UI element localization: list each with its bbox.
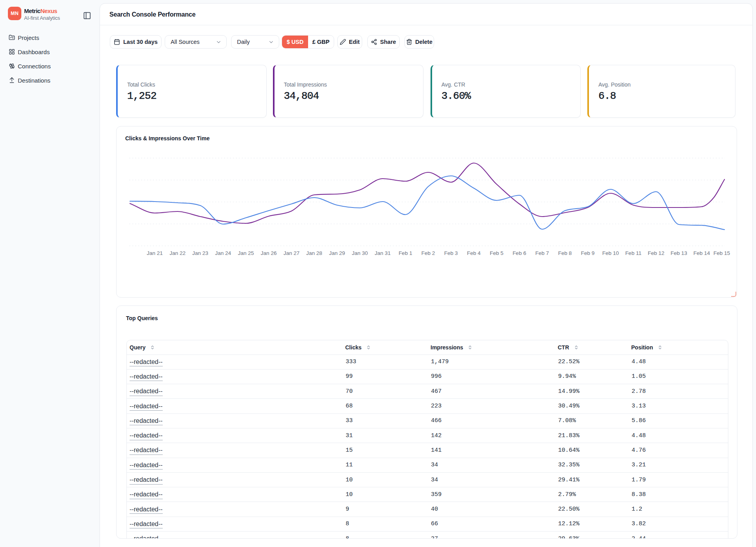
svg-text:Feb 5: Feb 5 xyxy=(490,250,504,256)
svg-text:Feb 1: Feb 1 xyxy=(399,250,412,256)
svg-text:Feb 3: Feb 3 xyxy=(444,250,458,256)
svg-text:Jan 23: Jan 23 xyxy=(192,250,209,256)
svg-text:Jan 28: Jan 28 xyxy=(306,250,322,256)
svg-text:Jan 22: Jan 22 xyxy=(169,250,186,256)
svg-text:Feb 4: Feb 4 xyxy=(467,250,481,256)
svg-text:Feb 14: Feb 14 xyxy=(693,250,710,256)
svg-text:Jan 30: Jan 30 xyxy=(352,250,368,256)
svg-text:Jan 21: Jan 21 xyxy=(147,250,163,256)
svg-text:Jan 29: Jan 29 xyxy=(329,250,345,256)
svg-text:Jan 26: Jan 26 xyxy=(261,250,277,256)
svg-text:Feb 15: Feb 15 xyxy=(713,250,730,256)
svg-text:Jan 24: Jan 24 xyxy=(215,250,231,256)
svg-text:Jan 25: Jan 25 xyxy=(238,250,254,256)
svg-text:Jan 27: Jan 27 xyxy=(284,250,300,256)
svg-text:Feb 7: Feb 7 xyxy=(535,250,549,256)
svg-text:Feb 9: Feb 9 xyxy=(581,250,595,256)
svg-text:Feb 11: Feb 11 xyxy=(625,250,641,256)
svg-text:Feb 6: Feb 6 xyxy=(513,250,527,256)
svg-text:Feb 13: Feb 13 xyxy=(671,250,687,256)
svg-text:Feb 10: Feb 10 xyxy=(602,250,619,256)
svg-text:Feb 12: Feb 12 xyxy=(648,250,664,256)
svg-text:Feb 2: Feb 2 xyxy=(421,250,435,256)
svg-text:Jan 31: Jan 31 xyxy=(374,250,391,256)
svg-text:Feb 8: Feb 8 xyxy=(558,250,572,256)
